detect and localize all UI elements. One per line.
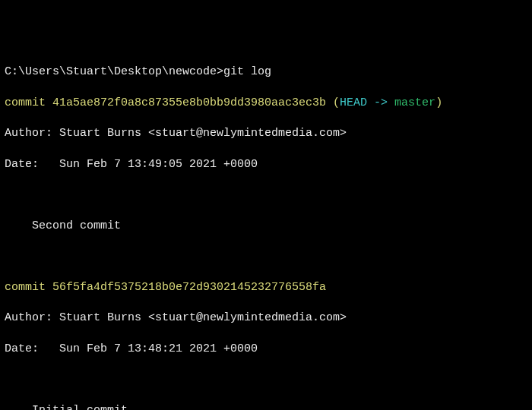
- prompt-path: C:\Users\Stuart\Desktop\newcode>: [5, 65, 223, 78]
- blank-line: [5, 249, 527, 264]
- command-text: git log: [223, 65, 271, 78]
- ref-open: (: [326, 96, 340, 109]
- date-line: Date: Sun Feb 7 13:48:21 2021 +0000: [5, 342, 527, 357]
- blank-line: [5, 188, 527, 203]
- commit-line-1: commit 41a5ae872f0a8c87355e8b0bb9dd3980a…: [5, 96, 527, 111]
- commit-label: commit: [5, 281, 52, 294]
- ref-close: ): [435, 96, 442, 109]
- commit-label: commit: [5, 96, 52, 109]
- commit-hash: 56f5fa4df5375218b0e72d9302145232776558fa: [52, 281, 326, 294]
- blank-line: [5, 372, 527, 387]
- commit-message: Initial commit: [5, 403, 527, 411]
- author-line: Author: Stuart Burns <stuart@newlyminted…: [5, 126, 527, 141]
- branch-name: master: [394, 96, 435, 109]
- prompt-line-1[interactable]: C:\Users\Stuart\Desktop\newcode>git log: [5, 65, 527, 80]
- commit-hash: 41a5ae872f0a8c87355e8b0bb9dd3980aac3ec3b: [52, 96, 326, 109]
- date-line: Date: Sun Feb 7 13:49:05 2021 +0000: [5, 157, 527, 172]
- commit-line-2: commit 56f5fa4df5375218b0e72d93021452327…: [5, 280, 527, 295]
- author-line: Author: Stuart Burns <stuart@newlyminted…: [5, 311, 527, 326]
- head-ref: HEAD ->: [340, 96, 394, 109]
- commit-message: Second commit: [5, 219, 527, 234]
